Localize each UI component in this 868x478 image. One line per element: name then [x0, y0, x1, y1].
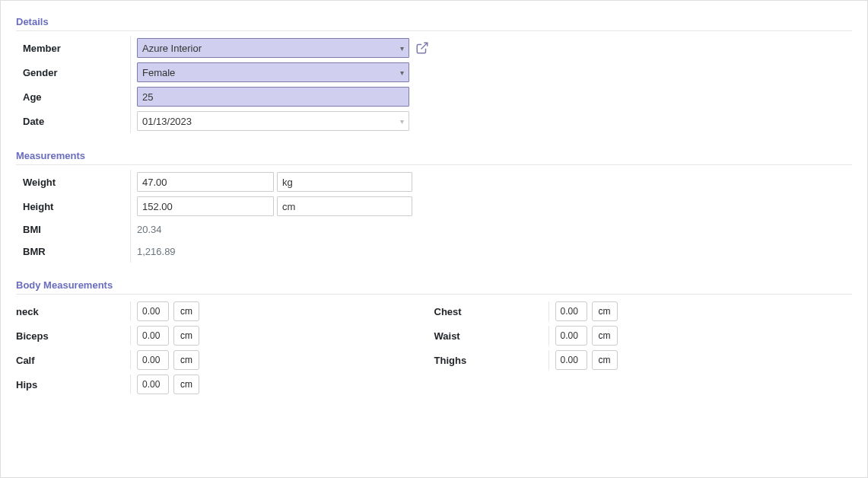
member-value: Azure Interior: [142, 43, 202, 54]
weight-unit-input[interactable]: [277, 172, 412, 192]
label-weight: Weight: [23, 177, 131, 188]
form-container: Details Member Azure Interior ▾ Gender F…: [0, 0, 868, 478]
section-title-details: Details: [16, 16, 852, 27]
waist-unit[interactable]: cm: [592, 326, 618, 346]
label-calf: Calf: [16, 355, 130, 366]
label-waist: Waist: [434, 330, 548, 342]
external-link-icon[interactable]: [415, 41, 429, 55]
divider: [16, 294, 852, 295]
neck-input[interactable]: [137, 301, 169, 321]
chevron-down-icon: ▾: [400, 69, 404, 77]
label-neck: neck: [16, 306, 130, 317]
date-input[interactable]: 01/13/2023 ▾: [137, 111, 409, 131]
biceps-unit[interactable]: cm: [173, 326, 199, 346]
hips-unit[interactable]: cm: [173, 374, 199, 394]
age-input[interactable]: [137, 87, 409, 107]
weight-input[interactable]: [137, 172, 274, 192]
calf-unit[interactable]: cm: [173, 350, 199, 370]
thighs-input[interactable]: [555, 350, 587, 370]
gender-value: Female: [142, 67, 175, 78]
chevron-down-icon: ▾: [400, 44, 404, 53]
height-unit-input[interactable]: [277, 196, 412, 216]
waist-input[interactable]: [555, 326, 587, 346]
label-hips: Hips: [16, 379, 130, 390]
height-input[interactable]: [137, 196, 274, 216]
thighs-unit[interactable]: cm: [592, 350, 618, 370]
divider: [16, 164, 852, 165]
label-bmr: BMR: [23, 246, 131, 257]
bmr-value: 1,216.89: [137, 243, 176, 260]
label-biceps: Biceps: [16, 330, 130, 342]
calf-input[interactable]: [137, 350, 169, 370]
label-bmi: BMI: [23, 224, 131, 235]
label-age: Age: [23, 91, 131, 103]
body-measurements-section: Body Measurements neck cm Biceps cm: [16, 279, 852, 397]
label-date: Date: [23, 116, 131, 127]
date-value: 01/13/2023: [142, 116, 192, 127]
measurements-section: Measurements Weight Height BMI 20.34 BMR…: [16, 150, 852, 263]
neck-unit[interactable]: cm: [173, 301, 199, 321]
label-chest: Chest: [434, 306, 548, 317]
label-member: Member: [23, 43, 131, 54]
body-col-right: Chest cm Waist cm Thighs: [434, 299, 853, 397]
biceps-input[interactable]: [137, 326, 169, 346]
label-thighs: Thighs: [434, 355, 548, 366]
label-height: Height: [23, 201, 131, 212]
section-title-measurements: Measurements: [16, 150, 852, 161]
hips-input[interactable]: [137, 374, 169, 394]
svg-line-0: [421, 43, 428, 49]
gender-select[interactable]: Female ▾: [137, 62, 409, 82]
bmi-value: 20.34: [137, 221, 162, 238]
member-select[interactable]: Azure Interior ▾: [137, 38, 409, 58]
divider: [16, 30, 852, 31]
chest-unit[interactable]: cm: [592, 301, 618, 321]
section-title-body: Body Measurements: [16, 279, 852, 291]
details-section: Details Member Azure Interior ▾ Gender F…: [16, 16, 852, 133]
body-col-left: neck cm Biceps cm Calf: [16, 299, 434, 397]
label-gender: Gender: [23, 67, 131, 78]
chevron-down-icon: ▾: [400, 117, 404, 126]
chest-input[interactable]: [555, 301, 587, 321]
